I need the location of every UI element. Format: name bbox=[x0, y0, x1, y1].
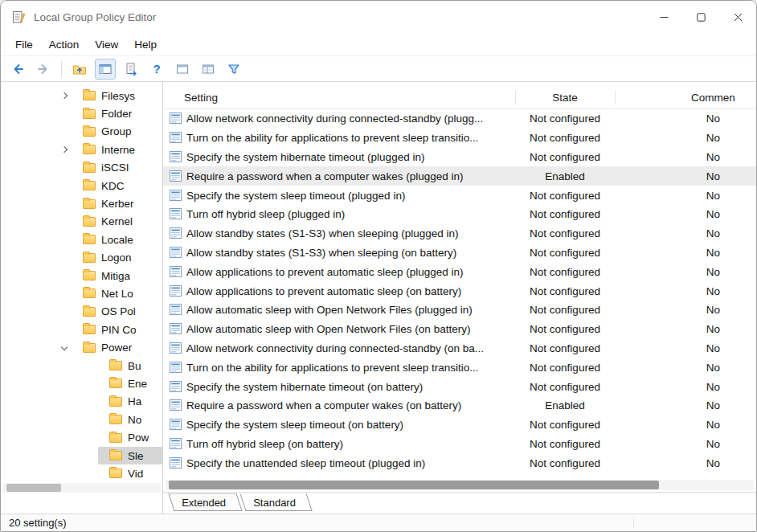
setting-comment: No bbox=[615, 247, 756, 259]
column-header-comment[interactable]: Commen bbox=[615, 92, 756, 104]
setting-name: Turn on the ability for applications to … bbox=[186, 132, 478, 144]
tree-item-body: Ha bbox=[98, 393, 162, 411]
tree-item-group[interactable]: Group bbox=[1, 123, 162, 141]
settings-row[interactable]: Require a password when a computer wakes… bbox=[163, 166, 756, 186]
column-header-setting[interactable]: Setting bbox=[163, 92, 515, 104]
tree-item-body: Locale bbox=[72, 231, 162, 248]
tree-item-no[interactable]: No bbox=[1, 411, 162, 428]
list-scrollbar-thumb[interactable] bbox=[169, 481, 659, 489]
tree-item-kerber[interactable]: Kerber bbox=[1, 194, 162, 212]
setting-cell: Allow applications to prevent automatic … bbox=[163, 266, 515, 278]
window-view-button[interactable] bbox=[172, 59, 193, 80]
column-header-state[interactable]: State bbox=[515, 92, 615, 104]
settings-row[interactable]: Allow network connectivity during connec… bbox=[163, 109, 756, 129]
settings-row[interactable]: Turn off hybrid sleep (plugged in)Not co… bbox=[163, 205, 756, 224]
help-button[interactable]: ? bbox=[146, 59, 167, 80]
export-list-icon bbox=[124, 62, 138, 76]
tree-item-net-lo[interactable]: Net Lo bbox=[1, 284, 162, 302]
forward-arrow-icon bbox=[36, 62, 51, 76]
tree-item-vid[interactable]: Vid bbox=[1, 464, 162, 481]
chevron-spacer bbox=[85, 414, 98, 425]
settings-row[interactable]: Specify the system sleep timeout (on bat… bbox=[163, 415, 756, 435]
forward-button[interactable] bbox=[33, 59, 54, 80]
chevron-spacer bbox=[59, 198, 72, 210]
tree-item-ene[interactable]: Ene bbox=[1, 374, 162, 392]
setting-cell: Specify the system hibernate timeout (on… bbox=[163, 381, 515, 393]
tree-item-pow[interactable]: Pow bbox=[1, 428, 162, 446]
setting-state: Not configured bbox=[515, 381, 615, 393]
show-console-tree-button[interactable] bbox=[95, 59, 116, 80]
tree-item-pin-co[interactable]: PIN Co bbox=[1, 321, 162, 338]
tree-item-kernel[interactable]: Kernel bbox=[1, 213, 162, 231]
titlebar[interactable]: Local Group Policy Editor bbox=[1, 1, 756, 33]
menu-view[interactable]: View bbox=[87, 36, 126, 53]
tree-item-os-pol[interactable]: OS Pol bbox=[1, 303, 162, 321]
tree-item-logon[interactable]: Logon bbox=[1, 249, 162, 267]
column-separator[interactable] bbox=[515, 91, 516, 104]
folder-icon bbox=[109, 469, 122, 478]
settings-row[interactable]: Allow standby states (S1-S3) when sleepi… bbox=[163, 224, 756, 243]
settings-row[interactable]: Require a password when a computer wakes… bbox=[163, 396, 756, 415]
policy-setting-icon bbox=[170, 381, 182, 393]
tree-item-kdc[interactable]: KDC bbox=[1, 177, 162, 194]
setting-cell: Allow network connectivity during connec… bbox=[163, 342, 515, 354]
menu-help[interactable]: Help bbox=[126, 36, 165, 53]
folder-icon bbox=[83, 217, 96, 227]
tree-item-bu[interactable]: Bu bbox=[1, 357, 162, 374]
settings-row[interactable]: Allow applications to prevent automatic … bbox=[163, 281, 756, 301]
chevron-expanded-icon[interactable] bbox=[59, 342, 72, 354]
setting-state: Enabled bbox=[515, 399, 615, 411]
tree-item-filesys[interactable]: Filesys bbox=[1, 87, 162, 104]
column-separator[interactable] bbox=[615, 91, 616, 104]
tab-extended[interactable]: Extended bbox=[168, 493, 242, 511]
main-area: FilesysFolderGroupInterneiSCSIKDCKerberK… bbox=[1, 82, 756, 514]
close-button[interactable] bbox=[719, 1, 756, 33]
window-title: Local Group Policy Editor bbox=[34, 11, 156, 23]
setting-name: Turn off hybrid sleep (on battery) bbox=[186, 438, 343, 450]
maximize-button[interactable] bbox=[682, 1, 719, 33]
settings-row[interactable]: Specify the system hibernate timeout (on… bbox=[163, 377, 756, 396]
settings-row[interactable]: Allow network connectivity during connec… bbox=[163, 339, 756, 358]
settings-row[interactable]: Turn on the ability for applications to … bbox=[163, 358, 756, 377]
tree-item-interne[interactable]: Interne bbox=[1, 141, 162, 158]
setting-comment: No bbox=[615, 399, 756, 411]
settings-row[interactable]: Allow applications to prevent automatic … bbox=[163, 262, 756, 281]
menu-file[interactable]: File bbox=[7, 36, 41, 53]
chevron-collapsed-icon[interactable] bbox=[59, 90, 72, 101]
settings-row[interactable]: Turn on the ability for applications to … bbox=[163, 129, 756, 148]
settings-row[interactable]: Allow automatic sleep with Open Network … bbox=[163, 320, 756, 339]
setting-cell: Turn off hybrid sleep (on battery) bbox=[163, 438, 515, 450]
tree-item-body: Ene bbox=[98, 374, 162, 392]
tree-item-locale[interactable]: Locale bbox=[1, 231, 162, 248]
chevron-collapsed-icon[interactable] bbox=[59, 144, 72, 155]
setting-name: Allow automatic sleep with Open Network … bbox=[186, 323, 470, 335]
settings-pane: Setting State Commen Allow network conne… bbox=[163, 82, 756, 514]
tree-item-ha[interactable]: Ha bbox=[1, 393, 162, 411]
back-button[interactable] bbox=[7, 59, 28, 80]
up-one-level-button[interactable] bbox=[69, 59, 90, 80]
setting-state: Not configured bbox=[515, 132, 615, 144]
tree-item-folder[interactable]: Folder bbox=[1, 104, 162, 122]
tree-item-iscsi[interactable]: iSCSI bbox=[1, 159, 162, 177]
setting-cell: Allow applications to prevent automatic … bbox=[163, 285, 515, 297]
tree-horizontal-scrollbar[interactable] bbox=[2, 483, 161, 493]
settings-row[interactable]: Turn off hybrid sleep (on battery)Not co… bbox=[163, 435, 756, 454]
settings-row[interactable]: Specify the unattended sleep timeout (pl… bbox=[163, 453, 756, 473]
tab-standard[interactable]: Standard bbox=[239, 493, 312, 511]
tree-scrollbar-thumb[interactable] bbox=[6, 484, 61, 492]
tree-item-sle[interactable]: Sle bbox=[1, 447, 162, 464]
list-view-button[interactable] bbox=[198, 59, 219, 80]
settings-row[interactable]: Allow automatic sleep with Open Network … bbox=[163, 301, 756, 320]
filter-button[interactable] bbox=[223, 59, 244, 80]
folder-icon bbox=[83, 235, 96, 244]
tree-item-mitiga[interactable]: Mitiga bbox=[1, 267, 162, 284]
menu-action[interactable]: Action bbox=[41, 36, 88, 53]
settings-row[interactable]: Specify the system sleep timeout (plugge… bbox=[163, 186, 756, 205]
list-horizontal-scrollbar[interactable] bbox=[166, 480, 754, 490]
settings-row[interactable]: Specify the system hibernate timeout (pl… bbox=[163, 148, 756, 167]
minimize-button[interactable] bbox=[645, 1, 682, 33]
chevron-spacer bbox=[85, 360, 98, 371]
settings-row[interactable]: Allow standby states (S1-S3) when sleepi… bbox=[163, 243, 756, 263]
export-list-button[interactable] bbox=[121, 59, 141, 80]
tree-item-power[interactable]: Power bbox=[1, 338, 162, 356]
